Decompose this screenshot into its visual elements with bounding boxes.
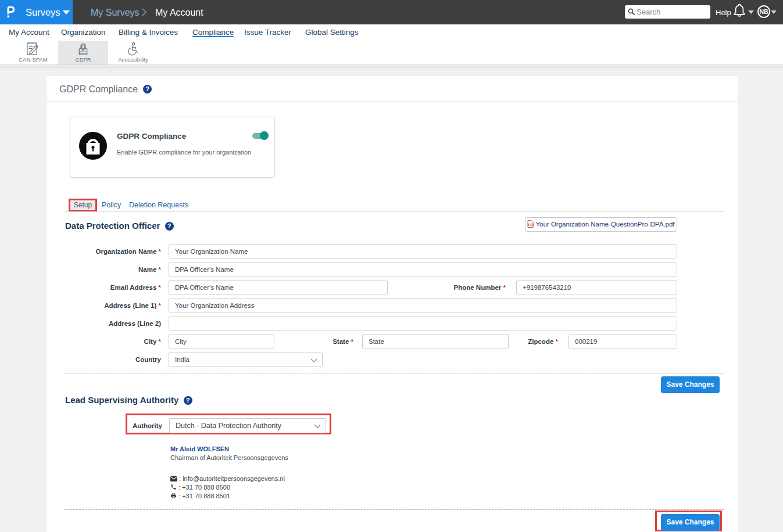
svg-text:PDF: PDF bbox=[528, 223, 534, 227]
